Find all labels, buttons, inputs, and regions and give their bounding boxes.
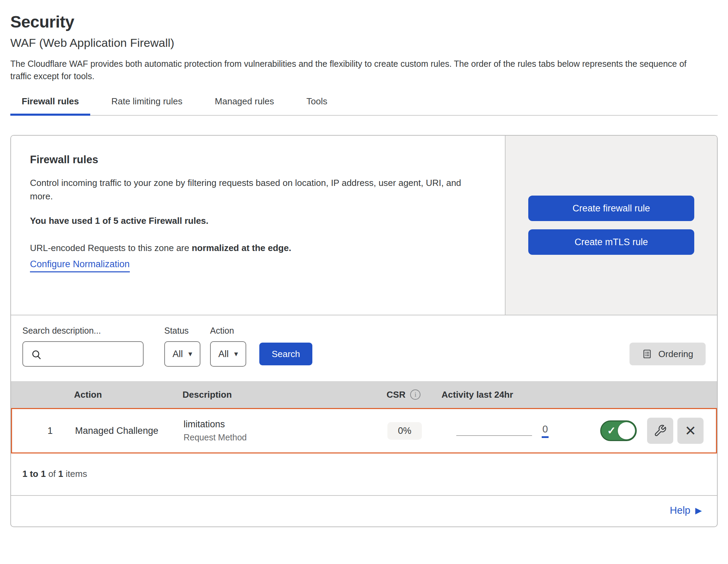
delete-rule-button[interactable]: ✕	[677, 418, 704, 444]
normalization-text: URL-encoded Requests to this zone are no…	[30, 243, 486, 253]
normalization-prefix: URL-encoded Requests to this zone are	[30, 243, 192, 253]
table-header: Action Description CSR i Activity last 2…	[11, 381, 717, 408]
card-description: Control incoming traffic to your zone by…	[30, 176, 467, 203]
pagination-total: 1	[58, 469, 63, 479]
csr-badge: 0%	[387, 422, 422, 440]
close-icon: ✕	[685, 423, 696, 439]
search-button[interactable]: Search	[259, 343, 312, 365]
ordered-list-icon	[642, 349, 652, 359]
table-row: 1 Managed Challenge limitations Request …	[11, 408, 717, 453]
rule-activity-cell: 0	[443, 424, 577, 438]
activity-count-link[interactable]: 0	[542, 424, 549, 438]
action-dropdown-value: All	[218, 349, 229, 359]
status-dropdown-value: All	[173, 349, 183, 359]
chevron-down-icon: ▾	[234, 349, 238, 358]
header-csr: CSR i	[366, 389, 441, 400]
security-waf-page: Security WAF (Web Application Firewall) …	[0, 12, 728, 527]
ordering-button[interactable]: Ordering	[630, 343, 706, 365]
search-icon	[31, 349, 42, 361]
create-rule-actions: Create firewall rule Create mTLS rule	[505, 136, 717, 315]
header-csr-label: CSR	[387, 389, 406, 400]
header-description: Description	[173, 389, 366, 400]
help-row: Help ▶	[11, 496, 717, 526]
help-link-label: Help	[670, 505, 690, 516]
pagination-summary: 1 to 1 of 1 items	[11, 453, 717, 496]
status-group: Status All ▾	[164, 326, 200, 367]
rule-csr-cell: 0%	[367, 422, 443, 440]
rule-description-cell: limitations Request Method	[174, 419, 367, 442]
rule-action: Managed Challenge	[64, 426, 174, 436]
rule-controls: ✓ ✕	[577, 418, 716, 444]
rule-enabled-toggle[interactable]: ✓	[600, 420, 637, 441]
header-activity: Activity last 24hr	[441, 389, 576, 400]
header-action: Action	[63, 389, 173, 400]
search-input[interactable]	[46, 342, 142, 366]
pagination-items: items	[66, 469, 87, 479]
search-group: Search description...	[22, 326, 144, 367]
help-link[interactable]: Help ▶	[670, 505, 702, 516]
toggle-knob	[618, 422, 635, 439]
page-subtitle: WAF (Web Application Firewall)	[10, 36, 718, 50]
wrench-icon	[654, 424, 667, 437]
card-heading: Firewall rules	[30, 154, 486, 166]
filter-bar: Search description... Status All ▾ Actio…	[11, 315, 717, 381]
info-icon[interactable]: i	[410, 389, 420, 400]
pagination-of: of	[48, 469, 56, 479]
page-description: The Cloudflare WAF provides both automat…	[10, 58, 709, 82]
rule-expression-summary: Request Method	[184, 432, 367, 442]
usage-text: You have used 1 of 5 active Firewall rul…	[30, 216, 486, 226]
action-label: Action	[210, 326, 246, 336]
tab-rate-limiting-rules[interactable]: Rate limiting rules	[100, 96, 194, 115]
chevron-down-icon: ▾	[188, 349, 192, 358]
ordering-button-label: Ordering	[658, 349, 693, 359]
rules-tabs: Firewall rules Rate limiting rules Manag…	[10, 96, 718, 116]
create-mtls-rule-button[interactable]: Create mTLS rule	[528, 229, 694, 255]
action-dropdown[interactable]: All ▾	[210, 341, 246, 367]
status-dropdown[interactable]: All ▾	[164, 341, 200, 367]
pagination-range: 1 to 1	[22, 469, 46, 479]
create-firewall-rule-button[interactable]: Create firewall rule	[528, 196, 694, 221]
tab-managed-rules[interactable]: Managed rules	[204, 96, 285, 115]
rule-priority: 1	[12, 426, 64, 436]
normalization-bold: normalized at the edge.	[192, 243, 291, 253]
rule-description: limitations	[184, 419, 367, 430]
tab-tools[interactable]: Tools	[295, 96, 339, 115]
action-group: Action All ▾	[210, 326, 246, 367]
status-label: Status	[164, 326, 200, 336]
firewall-rules-panel: Firewall rules Control incoming traffic …	[10, 135, 718, 527]
search-label: Search description...	[22, 326, 144, 336]
activity-sparkline	[456, 435, 532, 436]
firewall-rules-card: Firewall rules Control incoming traffic …	[11, 136, 717, 315]
tab-firewall-rules[interactable]: Firewall rules	[10, 96, 90, 115]
firewall-rules-info: Firewall rules Control incoming traffic …	[11, 136, 505, 315]
page-title: Security	[10, 12, 718, 31]
configure-normalization-link[interactable]: Configure Normalization	[30, 259, 130, 272]
check-icon: ✓	[607, 425, 616, 437]
search-box	[22, 341, 144, 367]
arrow-right-icon: ▶	[695, 505, 702, 515]
edit-rule-button[interactable]	[647, 418, 673, 444]
